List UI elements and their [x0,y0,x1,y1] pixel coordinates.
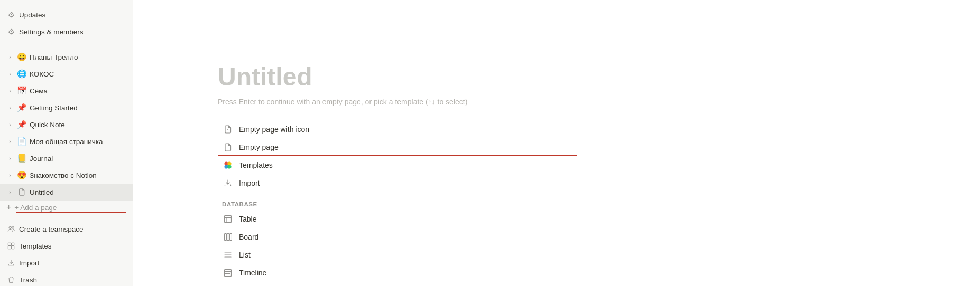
db-options: Table Board [218,211,577,281]
sidebar-item-settings[interactable]: ⚙ Settings & members [0,23,133,40]
create-teamspace-label: Create a teamspace [19,225,126,233]
svg-rect-16 [230,233,232,240]
option-templates[interactable]: Templates [218,157,577,174]
sidebar-top: ⚙ Updates ⚙ Settings & members [0,4,133,42]
template-options: Empty page with icon Empty page [218,121,577,192]
svg-rect-11 [225,215,232,222]
updates-label: Updates [19,11,126,19]
sidebar-pages: › 😀 Планы Трелло › 🌐 КОКОС › 📅 Сёма › 📌 … [0,49,133,201]
chevron-icon: › [6,155,14,162]
svg-point-10 [227,165,231,168]
moya-label: Моя общая страничка [30,138,126,146]
empty-page-label: Empty page [239,143,279,151]
znakomstvo-icon: 😍 [17,170,26,180]
sidebar-item-untitled[interactable]: › Untitled [0,184,133,201]
getting-started-label: Getting Started [30,104,126,112]
svg-rect-4 [8,246,11,249]
empty-with-icon-label: Empty page with icon [239,125,309,134]
teamspace-icon [6,224,16,234]
board-label: Board [239,233,258,241]
untitled-page-icon [17,187,26,197]
db-section-label: DATABASE [218,192,577,211]
kocos-label: КОКОС [30,70,126,78]
option-board[interactable]: Board [218,228,577,245]
chevron-icon: › [6,188,14,196]
sidebar-bottom: Create a teamspace Templates Import [0,221,133,286]
option-table[interactable]: Table [218,211,577,227]
board-icon [222,231,234,243]
page-hint: Press Enter to continue with an empty pa… [218,98,577,106]
option-empty-with-icon[interactable]: Empty page with icon [218,121,577,138]
sidebar-item-quick-note[interactable]: › 📌 Quick Note [0,116,133,133]
untitled-label: Untitled [30,188,126,196]
sidebar-item-znakomstvo[interactable]: › 😍 Знакомство с Notion [0,167,133,184]
sidebar-item-moya[interactable]: › 📄 Моя общая страничка [0,133,133,150]
page-content-area: Untitled Press Enter to continue with an… [218,42,577,281]
templates-icon [6,241,16,251]
sidebar-item-import[interactable]: Import [0,254,133,271]
import-label: Import [19,259,126,267]
option-empty-page[interactable]: Empty page [218,139,577,156]
chevron-icon: › [6,53,14,61]
list-icon [222,249,234,261]
sidebar-item-kocos[interactable]: › 🌐 КОКОС [0,65,133,82]
svg-point-1 [12,227,14,229]
option-timeline[interactable]: Timeline [218,264,577,281]
svg-rect-14 [225,233,227,240]
svg-point-6 [227,129,228,130]
templates-label: Templates [19,242,126,250]
svg-rect-5 [11,246,14,249]
sidebar-item-syoma[interactable]: › 📅 Сёма [0,82,133,99]
sidebar-item-trello[interactable]: › 😀 Планы Трелло [0,49,133,65]
updates-icon: ⚙ [6,10,16,20]
chevron-icon: › [6,121,14,128]
chevron-icon: › [6,171,14,179]
sidebar-item-updates[interactable]: ⚙ Updates [0,6,133,23]
timeline-label: Timeline [239,269,266,277]
sidebar-item-create-teamspace[interactable]: Create a teamspace [0,221,133,237]
trash-icon [6,275,16,284]
sidebar-item-templates[interactable]: Templates [0,237,133,254]
getting-started-icon: 📌 [17,103,26,112]
quick-note-label: Quick Note [30,121,126,129]
chevron-icon: › [6,104,14,111]
trello-icon: 😀 [17,52,26,62]
moya-icon: 📄 [17,137,26,146]
add-page-label: + Add a page [14,204,57,212]
svg-rect-3 [11,243,14,245]
sidebar-item-journal[interactable]: › 📒 Journal [0,150,133,167]
templates-colorful-icon [222,159,234,171]
templates-option-label: Templates [239,161,273,169]
syoma-icon: 📅 [17,86,26,96]
settings-label: Settings & members [19,28,126,36]
svg-rect-23 [228,273,230,274]
sidebar-item-getting-started[interactable]: › 📌 Getting Started [0,99,133,116]
option-import[interactable]: Import [218,175,577,192]
main-content: Untitled Press Enter to continue with an… [133,0,980,286]
quick-note-icon: 📌 [17,120,26,129]
syoma-label: Сёма [30,87,126,95]
settings-icon: ⚙ [6,27,16,36]
sidebar-item-trash[interactable]: Trash [0,271,133,286]
trash-label: Trash [19,276,126,284]
chevron-icon: › [6,87,14,94]
journal-label: Journal [30,155,126,163]
svg-rect-20 [225,269,232,276]
page-title: Untitled [218,63,577,91]
chevron-icon: › [6,138,14,145]
svg-rect-22 [225,273,228,274]
add-page-button[interactable]: + + Add a page [0,201,133,214]
journal-icon: 📒 [17,154,26,163]
import-option-icon [222,177,234,189]
option-list[interactable]: List [218,246,577,263]
znakomstvo-label: Знакомство с Notion [30,171,126,179]
import-option-label: Import [239,179,260,187]
table-label: Table [239,215,256,223]
svg-rect-2 [8,243,11,245]
plus-icon: + [6,203,11,212]
kocos-icon: 🌐 [17,69,26,79]
timeline-icon [222,267,234,279]
chevron-icon: › [6,70,14,78]
table-icon [222,213,234,225]
svg-rect-15 [227,233,229,240]
